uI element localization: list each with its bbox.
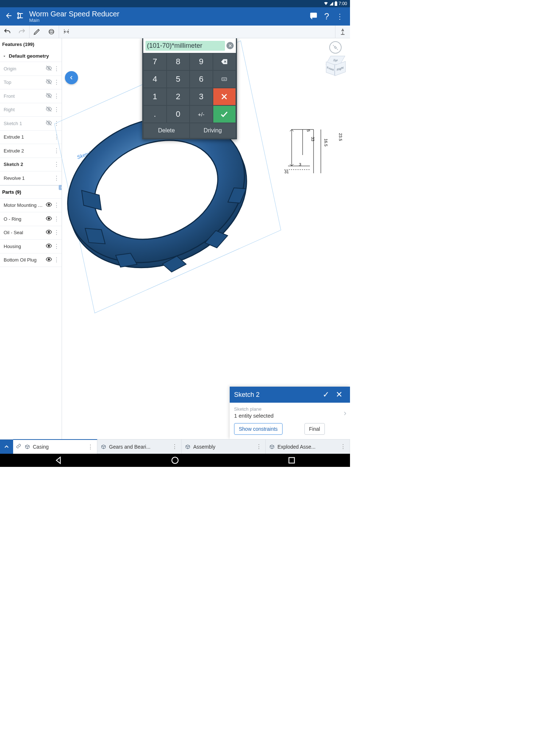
tab-label: Exploded Asse... xyxy=(277,444,337,450)
part-label: Housing xyxy=(4,244,45,249)
keypad-key-3[interactable]: 3 xyxy=(190,88,213,105)
keypad-key-1[interactable]: 1 xyxy=(143,88,167,105)
sketch-cancel-button[interactable]: ✕ xyxy=(332,390,346,399)
tab-label: Assembly xyxy=(193,444,253,450)
svg-rect-21 xyxy=(289,457,294,463)
keypad-key-5[interactable]: 5 xyxy=(167,70,190,88)
feature-row[interactable]: Sketch 2⋮ xyxy=(0,158,62,172)
feature-row[interactable]: Top⋮ xyxy=(0,76,62,90)
part-row[interactable]: Housing⋮ xyxy=(0,240,62,253)
canvas-viewport[interactable]: Top Front Right Sketch 2 xyxy=(62,38,350,439)
visibility-shown-icon[interactable] xyxy=(45,243,53,250)
feature-row[interactable]: Sketch 1⋮ xyxy=(0,117,62,131)
default-geometry-expander[interactable]: Default geometry xyxy=(0,50,62,62)
back-button[interactable] xyxy=(4,12,14,21)
keypad-key-0[interactable]: 0 xyxy=(167,105,190,123)
visibility-shown-icon[interactable] xyxy=(45,256,53,264)
feature-row[interactable]: Extrude 1⋮ xyxy=(0,131,62,144)
view-lock-button[interactable] xyxy=(329,41,342,54)
doc-subtitle: Main xyxy=(29,18,307,23)
svg-point-14 xyxy=(48,259,50,260)
visibility-hidden-icon[interactable] xyxy=(45,92,53,100)
feature-more-icon[interactable]: ⋮ xyxy=(53,79,60,86)
visibility-hidden-icon[interactable] xyxy=(45,120,53,127)
feature-tree-icon[interactable] xyxy=(16,11,27,22)
feature-more-icon[interactable]: ⋮ xyxy=(53,65,60,72)
redo-button[interactable] xyxy=(15,26,29,38)
keypad-expression[interactable]: (101-70)*millimeter xyxy=(145,41,225,51)
keypad-key-7[interactable]: 7 xyxy=(143,53,167,70)
keypad-key-4[interactable]: 4 xyxy=(143,70,167,88)
visibility-shown-icon[interactable] xyxy=(45,215,53,223)
view-cube[interactable]: Top Front Right xyxy=(325,56,346,76)
sketch-accept-button[interactable]: ✓ xyxy=(319,390,332,399)
help-icon[interactable]: ? xyxy=(320,11,333,22)
collapse-sidebar-button[interactable] xyxy=(65,71,78,84)
keypad-clear-button[interactable]: ✕ xyxy=(226,42,234,49)
feature-label: Origin xyxy=(4,66,45,71)
comments-icon[interactable] xyxy=(307,12,320,22)
sketch-tool-button[interactable] xyxy=(30,26,44,38)
part-row[interactable]: O - Ring⋮ xyxy=(0,212,62,226)
sketch-plane-value: 1 entity selected xyxy=(234,413,346,419)
feature-sidebar[interactable]: Features (199) Default geometry Origin⋮T… xyxy=(0,38,62,439)
keypad-key-2[interactable]: 2 xyxy=(167,88,190,105)
part-row[interactable]: Bottom Oil Plug⋮ xyxy=(0,253,62,267)
part-label: Oil - Seal xyxy=(4,230,45,235)
keypad-key-.[interactable]: . xyxy=(143,105,167,123)
battery-icon xyxy=(335,2,337,6)
keypad-driving-button[interactable]: Driving xyxy=(190,123,236,138)
part-label: Bottom Oil Plug xyxy=(4,257,45,263)
feature-row[interactable]: Extrude 2⋮ xyxy=(0,144,62,158)
nav-back-button[interactable] xyxy=(54,456,63,465)
visibility-shown-icon[interactable] xyxy=(45,229,53,236)
keypad-key-8[interactable]: 8 xyxy=(167,53,190,70)
feature-row[interactable]: Origin⋮ xyxy=(0,62,62,76)
link-icon xyxy=(16,444,22,450)
undo-button[interactable] xyxy=(0,26,15,38)
feature-label: Extrude 1 xyxy=(4,134,45,140)
tab-assembly[interactable]: Assembly⋮ xyxy=(182,440,266,454)
doc-title: Worm Gear Speed Reducer xyxy=(29,10,307,18)
feature-label: Top xyxy=(4,80,45,85)
sketch-plane-chevron-icon[interactable]: › xyxy=(344,409,346,418)
features-header: Features (199) xyxy=(0,38,62,50)
part-row[interactable]: Motor Mounting Fla...⋮ xyxy=(0,199,62,213)
tab-more-icon[interactable]: ⋮ xyxy=(87,444,94,450)
tab-exploded-asse-[interactable]: Exploded Asse...⋮ xyxy=(266,440,350,454)
keypad-key-✓[interactable] xyxy=(213,105,236,123)
show-constraints-button[interactable]: Show constraints xyxy=(234,423,283,435)
keypad-key-+/-[interactable]: +/- xyxy=(190,105,213,123)
feature-row[interactable]: Revolve 1⋮ xyxy=(0,171,62,185)
tab-more-icon[interactable]: ⋮ xyxy=(255,443,262,450)
visibility-shown-icon[interactable] xyxy=(45,201,53,209)
feature-row[interactable]: Front⋮ xyxy=(0,89,62,103)
tab-gears-and-beari-[interactable]: Gears and Beari...⋮ xyxy=(97,440,182,454)
nav-home-button[interactable] xyxy=(170,456,180,465)
nav-recent-button[interactable] xyxy=(287,456,296,465)
sphere-tool-button[interactable] xyxy=(44,26,59,38)
svg-point-10 xyxy=(48,204,50,206)
overflow-menu-icon[interactable]: ⋮ xyxy=(333,12,346,21)
keypad-key-6[interactable]: 6 xyxy=(190,70,213,88)
feature-label: Extrude 2 xyxy=(4,148,45,154)
keypad-key-9[interactable]: 9 xyxy=(190,53,213,70)
visibility-hidden-icon[interactable] xyxy=(45,78,53,86)
part-row[interactable]: Oil - Seal⋮ xyxy=(0,226,62,240)
keypad-delete-button[interactable]: Delete xyxy=(143,123,190,138)
keypad-key-⌨[interactable] xyxy=(213,70,236,88)
visibility-hidden-icon[interactable] xyxy=(45,106,53,113)
app-bar: Worm Gear Speed Reducer Main ? ⋮ xyxy=(0,7,350,26)
feature-row[interactable]: Right⋮ xyxy=(0,103,62,117)
tabs-expand-button[interactable] xyxy=(0,440,13,454)
tab-more-icon[interactable]: ⋮ xyxy=(171,443,178,450)
final-button[interactable]: Final xyxy=(304,423,325,435)
tab-more-icon[interactable]: ⋮ xyxy=(339,443,347,450)
dimension-tool-button[interactable] xyxy=(59,26,74,38)
svg-point-12 xyxy=(48,231,50,233)
visibility-hidden-icon[interactable] xyxy=(45,65,53,73)
keypad-key-✕[interactable] xyxy=(213,88,236,105)
tab-casing[interactable]: Casing⋮ xyxy=(13,439,97,454)
keypad-key-⌫[interactable] xyxy=(213,53,236,70)
precision-tool-button[interactable] xyxy=(335,26,350,38)
